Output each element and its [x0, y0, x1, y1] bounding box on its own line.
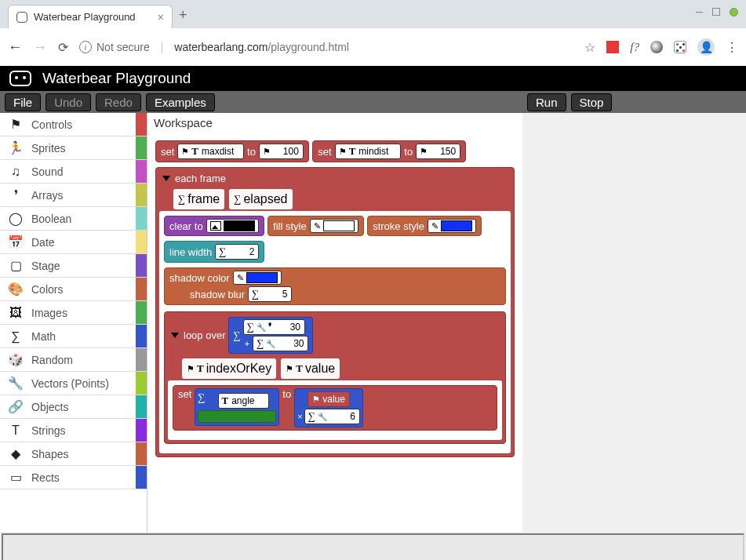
value-ref-block[interactable]: ⚑ value	[307, 391, 350, 407]
category-label: Strings	[31, 424, 66, 437]
color-slot[interactable]: ✎	[428, 219, 476, 233]
run-button[interactable]: Run	[527, 93, 566, 111]
clear-to-block[interactable]: clear to	[164, 216, 264, 236]
elapsed-slot[interactable]: ∑ elapsed	[229, 189, 292, 209]
window-close-icon[interactable]	[730, 8, 738, 16]
back-button[interactable]: ←	[8, 39, 22, 56]
index-slot[interactable]: ⚑ T indexOrKey	[182, 358, 276, 379]
category-color-swatch	[136, 113, 147, 136]
color-swatch-white[interactable]	[323, 220, 355, 231]
angle-var-block[interactable]: ∑ T	[195, 388, 279, 426]
forward-button[interactable]: →	[33, 39, 47, 56]
collapse-icon[interactable]	[162, 176, 170, 181]
value-input[interactable]	[430, 145, 457, 158]
var-name-input[interactable]	[358, 145, 397, 158]
set-block[interactable]: set ⚑ T to ⚑	[312, 140, 466, 162]
category-sidebar: ⚑Controls🏃Sprites♫Sound❜Arrays◯Boolean📅D…	[0, 113, 147, 532]
var-slot[interactable]: ⚑ T	[177, 144, 244, 159]
category-color-swatch	[136, 325, 147, 347]
category-list[interactable]: ⚑Controls🏃Sprites♫Sound❜Arrays◯Boolean📅D…	[0, 113, 147, 532]
window-minimize-icon[interactable]: –	[696, 5, 703, 19]
profile-avatar-icon[interactable]: 👤	[697, 38, 715, 56]
category-item[interactable]: TStrings	[0, 419, 147, 442]
category-item[interactable]: 🔗Objects	[0, 395, 147, 419]
var-name-input[interactable]	[231, 395, 265, 407]
line-width-block[interactable]: line width ∑	[164, 241, 264, 263]
set-block[interactable]: set ⚑ T to ⚑	[155, 140, 309, 162]
sigma-icon: ∑	[252, 288, 259, 300]
set-angle-block[interactable]: set ∑ T	[173, 385, 497, 431]
number-slot[interactable]: ∑ 🔧	[304, 409, 360, 424]
workspace[interactable]: set ⚑ T to ⚑ set	[147, 133, 522, 532]
value-slot[interactable]: ⚑ T value	[281, 358, 340, 379]
category-item[interactable]: ∑Math	[0, 325, 147, 348]
var-slot[interactable]: ⚑ T	[335, 144, 402, 159]
extension-flipboard-icon[interactable]	[606, 41, 619, 53]
var-slot[interactable]: T	[218, 393, 270, 409]
new-tab-button[interactable]: +	[179, 7, 187, 28]
number-input[interactable]	[228, 245, 255, 258]
category-item[interactable]: 📅Date	[0, 231, 147, 254]
number-input[interactable]	[275, 321, 301, 333]
sigma-icon: ∑	[233, 329, 240, 342]
value-slot[interactable]: ⚑	[416, 144, 460, 159]
stroke-style-block[interactable]: stroke style ✎	[367, 216, 482, 236]
each-frame-block[interactable]: each frame ∑ frame ∑ elapsed	[155, 167, 515, 457]
color-swatch-blue[interactable]	[246, 272, 278, 283]
category-item[interactable]: ⚑Controls	[0, 113, 147, 136]
number-input[interactable]	[329, 410, 356, 423]
category-item[interactable]: ▭Rects	[0, 466, 147, 489]
redo-button[interactable]: Redo	[96, 93, 141, 111]
browser-menu-icon[interactable]: ⋮	[726, 40, 738, 55]
bookmark-star-icon[interactable]: ☆	[584, 40, 595, 55]
expr-slot[interactable]: ∑ 🔧 ❜	[243, 319, 305, 335]
color-swatch-black[interactable]	[224, 220, 255, 231]
extension-circle-icon[interactable]	[650, 41, 663, 53]
expr-slot[interactable]: ∑ 🔧	[253, 336, 308, 351]
category-item[interactable]: ♫Sound	[0, 160, 147, 184]
window-maximize-icon[interactable]	[712, 8, 720, 16]
category-item[interactable]: 🔧Vectors (Points)	[0, 372, 147, 395]
color-slot[interactable]	[206, 219, 259, 233]
extension-die-icon[interactable]	[674, 41, 686, 53]
examples-button[interactable]: Examples	[146, 93, 215, 111]
file-button[interactable]: File	[5, 93, 41, 111]
category-item[interactable]: ◯Boolean	[0, 207, 147, 231]
flag-icon: ⚑	[187, 364, 195, 374]
fill-style-block[interactable]: fill style ✎	[267, 216, 364, 236]
math-multiply-block[interactable]: ⚑ value × ∑ 🔧	[294, 388, 363, 427]
number-input[interactable]	[261, 288, 288, 300]
color-slot[interactable]: ✎	[310, 219, 358, 233]
number-input[interactable]	[278, 337, 304, 350]
category-item[interactable]: 🖼Images	[0, 301, 147, 325]
security-info[interactable]: i Not secure	[79, 41, 150, 53]
category-item[interactable]: ◆Shapes	[0, 442, 147, 466]
category-item[interactable]: ▢Stage	[0, 254, 147, 278]
value-slot[interactable]: ⚑	[259, 144, 304, 159]
category-item[interactable]: 🎨Colors	[0, 278, 147, 301]
browser-tab[interactable]: Waterbear Playground ×	[8, 5, 173, 28]
extension-font-icon[interactable]: f?	[630, 41, 639, 54]
undo-button[interactable]: Undo	[45, 93, 91, 111]
value-input[interactable]	[273, 145, 300, 158]
each-frame-label: each frame	[175, 173, 226, 184]
loop-over-block[interactable]: loop over ∑ ∑ 🔧	[164, 311, 506, 444]
stop-button[interactable]: Stop	[571, 93, 613, 111]
category-label: Random	[31, 354, 73, 366]
math-expr-block[interactable]: ∑ ∑ 🔧 ❜	[228, 317, 313, 354]
category-item[interactable]: 🏃Sprites	[0, 136, 147, 160]
reload-button[interactable]: ⟳	[58, 40, 68, 55]
number-slot[interactable]: ∑	[248, 286, 292, 302]
category-item[interactable]: ❜Arrays	[0, 184, 147, 207]
green-expr-block[interactable]	[198, 410, 276, 423]
number-slot[interactable]: ∑	[215, 244, 259, 260]
tab-close-icon[interactable]: ×	[158, 11, 164, 24]
collapse-icon[interactable]	[171, 333, 179, 338]
var-name-input[interactable]	[201, 145, 240, 158]
color-slot[interactable]: ✎	[233, 271, 282, 285]
category-item[interactable]: 🎲Random	[0, 348, 147, 372]
url-display[interactable]: waterbearlang.com/playground.html	[174, 41, 573, 53]
shadow-block[interactable]: shadow color ✎ shadow blur ∑	[164, 267, 506, 305]
color-swatch-blue[interactable]	[441, 220, 472, 231]
frame-slot[interactable]: ∑ frame	[173, 189, 224, 209]
